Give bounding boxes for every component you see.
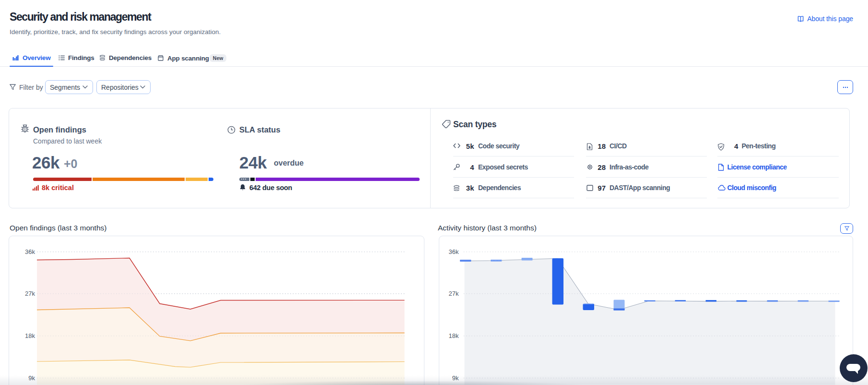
svg-text:9k: 9k xyxy=(28,374,35,382)
svg-text:36k: 36k xyxy=(448,248,458,255)
svg-text:18k: 18k xyxy=(448,332,458,339)
svg-text:18k: 18k xyxy=(25,332,35,339)
svg-text:27k: 27k xyxy=(448,290,458,297)
svg-text:9k: 9k xyxy=(452,374,458,382)
svg-text:27k: 27k xyxy=(25,290,35,297)
svg-text:36k: 36k xyxy=(25,248,35,255)
